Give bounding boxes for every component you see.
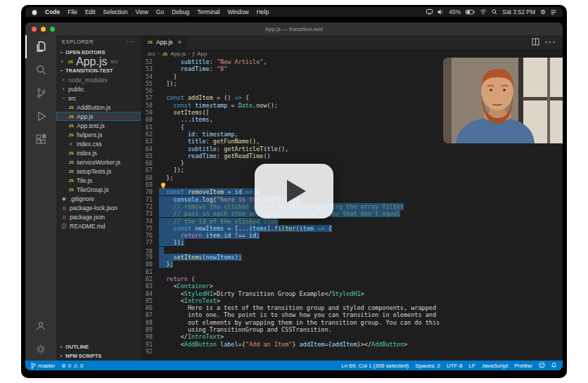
code-line-70[interactable]: 70 const removeItem = id => { (141, 188, 563, 195)
tree-item-index-js[interactable]: JSindex.js (56, 148, 141, 157)
code-line-81[interactable]: 81 (141, 268, 563, 275)
code-line-79[interactable]: 79 setItems(newItems); (141, 254, 563, 261)
tree-item-tile-js[interactable]: JSTile.js (56, 176, 141, 185)
tree-item-setuptests-js[interactable]: JSsetupTests.js (56, 167, 141, 176)
settings-gear-icon[interactable] (25, 337, 56, 361)
extensions-icon[interactable] (25, 128, 56, 151)
tree-item-package-lock-json[interactable]: {}package-lock.json (56, 203, 141, 212)
account-icon[interactable] (25, 314, 56, 337)
code-line-92[interactable]: 92 (141, 348, 563, 355)
status-utf-8[interactable]: UTF-8 (447, 363, 463, 369)
display-icon[interactable] (426, 9, 433, 15)
zoom-window-button[interactable] (50, 27, 55, 32)
tree-item-readme-md[interactable]: ⓘREADME.md (56, 221, 141, 231)
code-line-72[interactable]: 72 // remove the clicked item from the a… (141, 203, 563, 210)
spotlight-icon[interactable] (492, 9, 497, 15)
code-line-78[interactable]: 78 (141, 247, 563, 254)
debug-icon[interactable] (25, 105, 56, 128)
code-line-83[interactable]: 83 <Container> (141, 283, 563, 290)
tab-app-js[interactable]: JS App.js × (141, 35, 187, 49)
code-line-89[interactable]: 89 using TransitionGroup and CSSTransiti… (141, 326, 563, 333)
menu-terminal[interactable]: Terminal (197, 8, 219, 15)
code-line-80[interactable]: 80 }; (141, 261, 563, 268)
code-line-64[interactable]: 64 subtitle: getArticleTitle(), (141, 145, 563, 152)
npm-scripts-section[interactable]: › NPM SCRIPTS (56, 351, 141, 361)
code-line-67[interactable]: 67 ]); (141, 167, 563, 174)
wifi-icon[interactable] (480, 9, 487, 15)
code-line-68[interactable]: 68 }; (141, 174, 563, 181)
breadcrumb-item-app[interactable]: App (197, 51, 207, 57)
code-line-85[interactable]: 85 <IntroText> (141, 297, 563, 304)
minimize-window-button[interactable] (41, 27, 46, 32)
code-line-82[interactable]: 82 return ( (141, 275, 563, 283)
lightbulb-icon[interactable] (161, 183, 165, 187)
siri-icon[interactable] (540, 9, 546, 15)
tree-item-addbutton-js[interactable]: JSAddButton.js (56, 103, 141, 112)
menu-window[interactable]: Window (227, 8, 248, 15)
window-titlebar[interactable]: App.js — transition-test (25, 22, 563, 35)
code-line-87[interactable]: 87 into one. The point is to show how yo… (141, 311, 563, 318)
code-line-86[interactable]: 86 Here is a test of the transition grou… (141, 304, 563, 311)
tree-item-helpers-js[interactable]: JShelpers.js (56, 130, 141, 139)
play-button[interactable] (255, 164, 333, 219)
code-line-65[interactable]: 65 readTime: getReadTime() (141, 152, 563, 160)
code-line-77[interactable]: 77 }); (141, 239, 563, 246)
code-line-73[interactable]: 73 // pass in each item and return only … (141, 210, 563, 217)
code-line-75[interactable]: 75 const newItems = [...items].filter(it… (141, 225, 563, 232)
feedback-smiley-icon[interactable] (539, 363, 545, 370)
tree-item-src[interactable]: ›src (56, 93, 141, 103)
notifications-bell-icon[interactable] (551, 363, 557, 370)
split-editor-icon[interactable] (532, 36, 539, 48)
menu-clock[interactable]: Sat 3:52 PM (502, 8, 535, 15)
code-line-66[interactable]: 66 } (141, 160, 563, 167)
source-control-icon[interactable] (25, 82, 56, 105)
tree-item-serviceworker-js[interactable]: JSserviceWorker.js (56, 157, 141, 167)
volume-icon[interactable] (437, 9, 444, 15)
code-line-76[interactable]: 76 return item.id !== id; (141, 232, 563, 239)
code-line-69[interactable]: 69 (141, 181, 563, 188)
menu-debug[interactable]: Debug (172, 8, 189, 15)
tree-item-tilegroup-js[interactable]: JSTileGroup.js (56, 185, 141, 194)
menu-file[interactable]: File (68, 8, 77, 15)
tree-item-package-json[interactable]: {}package.json (56, 212, 141, 221)
close-editor-icon[interactable]: × (59, 58, 65, 65)
menu-view[interactable]: View (136, 8, 148, 15)
tree-item-index-css[interactable]: #index.css (56, 139, 141, 148)
code-line-91[interactable]: 91 <AddButton label={"Add an Item"} addI… (141, 341, 563, 348)
editor-more-actions-icon[interactable]: ··· (544, 36, 556, 48)
status-prettier[interactable]: Prettier (514, 363, 532, 369)
breadcrumb-item-src[interactable]: src (148, 51, 155, 57)
code-line-90[interactable]: 90 </IntroText> (141, 333, 563, 340)
close-window-button[interactable] (32, 27, 37, 32)
close-tab-icon[interactable]: × (178, 39, 181, 46)
code-line-74[interactable]: 74 // the id of the clicked item (141, 218, 563, 225)
problems-indicator[interactable]: ⊘ 0 ⚠ 0 (61, 363, 83, 369)
tree-item-app-test-js[interactable]: JSApp.test.js (56, 121, 141, 130)
menu-go[interactable]: Go (156, 8, 164, 15)
tree-item--gitignore[interactable]: ◆.gitignore (56, 194, 141, 203)
menu-help[interactable]: Help (257, 8, 269, 15)
git-branch-indicator[interactable]: master (31, 363, 55, 369)
status-ln[interactable]: Ln 69, Col 1 (305 selected) (341, 363, 409, 369)
code-line-88[interactable]: 88 out elements by wrapping them in the … (141, 319, 563, 326)
search-icon[interactable] (25, 58, 56, 82)
explorer-more-actions-icon[interactable]: ··· (127, 38, 135, 45)
open-editor-item[interactable]: × JS App.js src (56, 57, 141, 66)
menu-edit[interactable]: Edit (85, 8, 96, 15)
apple-menu-icon[interactable] (32, 9, 37, 15)
status-lf[interactable]: LF (469, 363, 475, 369)
menu-selection[interactable]: Selection (103, 8, 128, 15)
status-spaces[interactable]: Spaces: 2 (415, 363, 440, 369)
explorer-icon[interactable] (25, 35, 56, 58)
tree-item-app-js[interactable]: JSApp.js (56, 112, 141, 121)
tree-item-public[interactable]: ›public (56, 84, 141, 93)
menu-code[interactable]: Code (45, 8, 60, 15)
outline-section[interactable]: › OUTLINE (56, 342, 141, 351)
code-line-71[interactable]: 71 console.log("here is the id:", id); (141, 196, 563, 203)
code-line-84[interactable]: 84 <StyledH1>Dirty Transition Group Exam… (141, 290, 563, 297)
project-section[interactable]: › TRANSITION-TEST (56, 66, 141, 75)
notification-center-icon[interactable] (551, 10, 556, 15)
battery-icon[interactable] (466, 10, 475, 15)
tree-item-node-modules[interactable]: ›node_modules (56, 75, 141, 84)
status-javascript[interactable]: JavaScript (482, 363, 508, 369)
